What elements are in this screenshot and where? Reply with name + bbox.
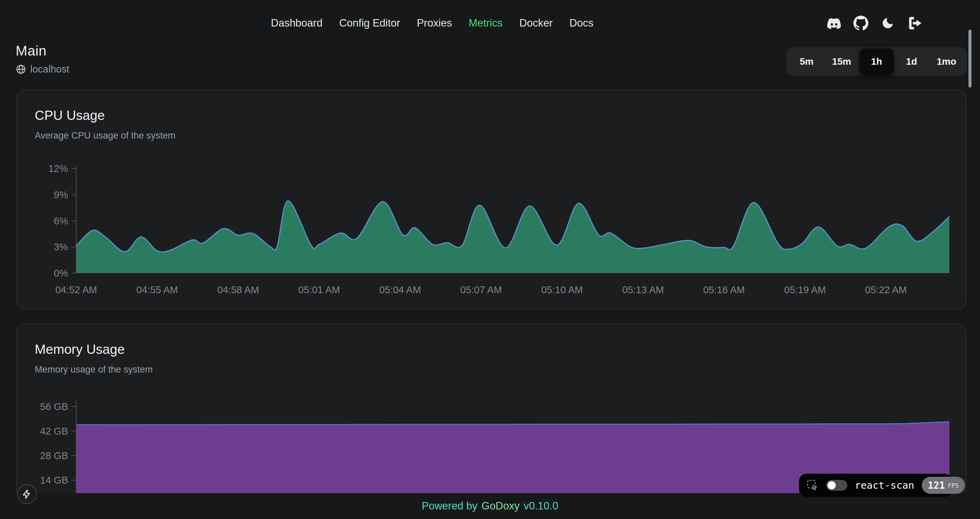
- time-range-selector: 5m15m1h1d1mo: [786, 47, 967, 76]
- footer-brand-link[interactable]: GoDoxy: [482, 500, 520, 512]
- host-label: localhost: [30, 64, 69, 75]
- react-scan-widget: react-scan 121 FPS: [799, 474, 952, 497]
- svg-text:04:55 AM: 04:55 AM: [137, 284, 178, 295]
- fps-unit: FPS: [948, 482, 959, 489]
- discord-icon[interactable]: [826, 15, 842, 31]
- nav-item-proxies[interactable]: Proxies: [417, 17, 452, 29]
- svg-text:04:58 AM: 04:58 AM: [218, 284, 259, 295]
- svg-text:05:07 AM: 05:07 AM: [460, 284, 502, 295]
- nav-item-docs[interactable]: Docs: [569, 17, 593, 29]
- nav-item-docker[interactable]: Docker: [519, 17, 553, 29]
- svg-text:14 GB: 14 GB: [40, 475, 68, 485]
- svg-text:12%: 12%: [48, 163, 68, 174]
- time-range-option-5m[interactable]: 5m: [789, 51, 824, 72]
- nav-item-dashboard[interactable]: Dashboard: [271, 17, 323, 29]
- svg-text:3%: 3%: [54, 241, 68, 252]
- footer-powered-by: Powered by: [422, 500, 477, 512]
- header-icons: [826, 0, 923, 46]
- svg-text:05:22 AM: 05:22 AM: [865, 284, 907, 295]
- svg-text:05:13 AM: 05:13 AM: [622, 284, 664, 295]
- svg-text:28 GB: 28 GB: [40, 450, 68, 461]
- svg-text:05:19 AM: 05:19 AM: [784, 284, 826, 295]
- toggle-knob: [827, 481, 836, 489]
- time-range-option-1mo[interactable]: 1mo: [929, 51, 964, 72]
- cpu-usage-card: CPU Usage Average CPU usage of the syste…: [16, 89, 966, 310]
- time-range-option-1d[interactable]: 1d: [894, 51, 929, 72]
- moon-icon[interactable]: [880, 15, 896, 31]
- nav-item-config-editor[interactable]: Config Editor: [339, 17, 400, 29]
- svg-text:05:04 AM: 05:04 AM: [379, 284, 421, 295]
- nav-item-metrics[interactable]: Metrics: [469, 17, 503, 29]
- main-nav: DashboardConfig EditorProxiesMetricsDock…: [271, 0, 593, 46]
- cpu-usage-chart[interactable]: 0%3%6%9%12%04:52 AM04:55 AM04:58 AM05:01…: [17, 90, 966, 309]
- host-row: localhost: [16, 64, 69, 75]
- page-title: Main: [16, 43, 69, 59]
- footer: Powered by GoDoxy v0.10.0: [0, 493, 980, 519]
- quick-actions-button[interactable]: [17, 484, 37, 504]
- time-range-option-1h[interactable]: 1h: [859, 48, 894, 75]
- react-scan-label: react-scan: [855, 479, 914, 491]
- inspect-icon[interactable]: [807, 479, 819, 492]
- github-icon[interactable]: [853, 15, 869, 31]
- svg-text:9%: 9%: [54, 189, 68, 200]
- svg-text:42 GB: 42 GB: [40, 426, 68, 437]
- svg-text:05:01 AM: 05:01 AM: [298, 284, 340, 295]
- svg-text:05:10 AM: 05:10 AM: [541, 284, 583, 295]
- lightning-bolt-icon: [22, 489, 32, 499]
- svg-text:0%: 0%: [54, 268, 68, 279]
- fps-badge: 121 FPS: [922, 477, 965, 494]
- svg-text:05:16 AM: 05:16 AM: [703, 284, 745, 295]
- time-range-option-15m[interactable]: 15m: [824, 51, 859, 72]
- svg-text:6%: 6%: [54, 216, 68, 227]
- svg-text:04:52 AM: 04:52 AM: [56, 284, 97, 295]
- scrollbar-thumb[interactable]: [969, 30, 972, 88]
- host-header: Main localhost: [16, 43, 69, 75]
- fps-value: 121: [928, 480, 945, 491]
- svg-text:56 GB: 56 GB: [40, 401, 68, 412]
- react-scan-toggle[interactable]: [826, 480, 847, 491]
- logout-icon[interactable]: [907, 15, 923, 31]
- globe-icon: [16, 64, 26, 75]
- footer-version: v0.10.0: [524, 500, 558, 512]
